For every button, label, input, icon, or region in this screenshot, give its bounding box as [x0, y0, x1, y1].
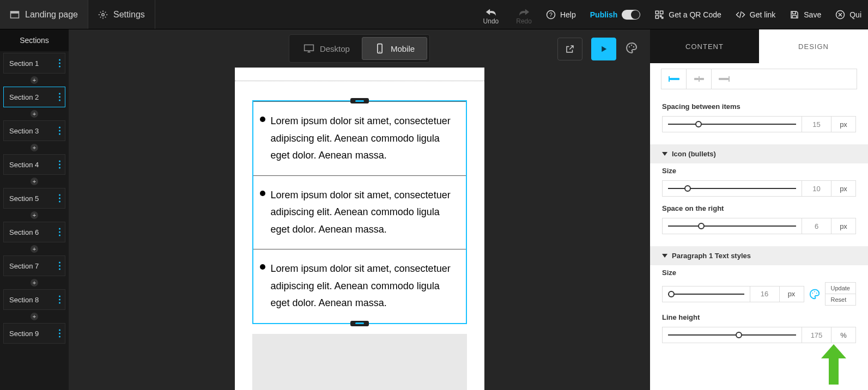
add-section-button[interactable]: +	[31, 144, 38, 151]
line-height-label: Line height	[650, 310, 868, 327]
open-external-button[interactable]	[557, 38, 582, 60]
device-mobile-button[interactable]: Mobile	[362, 37, 427, 60]
palette-icon	[625, 41, 638, 54]
text-size-input[interactable]: 16	[750, 286, 779, 302]
qr-icon	[654, 10, 664, 20]
add-section-button[interactable]: +	[31, 178, 38, 185]
quit-button[interactable]: Qui	[835, 10, 861, 20]
svg-point-13	[814, 291, 815, 292]
space-right-unit[interactable]: px	[831, 218, 856, 234]
size-slider[interactable]	[662, 180, 802, 197]
svg-point-11	[633, 46, 634, 47]
add-section-button[interactable]: +	[31, 76, 38, 84]
section-label: Section 2	[9, 93, 39, 101]
mobile-frame: Lorem ipsum dolor sit amet, consectetuer…	[235, 68, 484, 390]
align-center-button[interactable]	[687, 69, 712, 89]
get-link-button[interactable]: Get link	[736, 10, 775, 20]
add-section-button[interactable]: +	[31, 110, 38, 118]
device-mobile-label: Mobile	[391, 44, 415, 53]
sidebar-item-section-7[interactable]: Section 7	[3, 255, 65, 276]
section-label: Section 1	[9, 59, 39, 68]
tab-design[interactable]: DESIGN	[759, 29, 868, 63]
spacing-input[interactable]: 15	[802, 116, 831, 132]
resize-handle-bottom[interactable]	[350, 321, 369, 326]
list-item[interactable]: Lorem ipsum dolor sit amet, consectetuer…	[253, 101, 466, 175]
sidebar-item-section-9[interactable]: Section 9	[3, 323, 65, 344]
group-label: Icon (bullets)	[672, 150, 716, 158]
more-icon[interactable]	[59, 127, 60, 135]
help-label: Help	[560, 10, 576, 19]
undo-button[interactable]: Undo	[483, 8, 499, 25]
theme-palette-button[interactable]	[625, 41, 638, 57]
group-paragraph-text-styles[interactable]: Paragraph 1 Text styles	[650, 246, 868, 265]
more-icon[interactable]	[59, 296, 60, 304]
section-label: Section 3	[9, 127, 39, 135]
more-icon[interactable]	[59, 194, 60, 203]
list-item-text: Lorem ipsum dolor sit amet, consectetuer…	[271, 260, 459, 312]
section-label: Section 4	[9, 161, 39, 169]
resize-handle-top[interactable]	[350, 98, 369, 103]
preview-play-button[interactable]	[591, 38, 616, 60]
align-left-button[interactable]	[661, 69, 687, 89]
list-item[interactable]: Lorem ipsum dolor sit amet, consectetuer…	[253, 175, 466, 249]
sidebar-item-section-8[interactable]: Section 8	[3, 289, 65, 310]
sidebar-title: Sections	[0, 29, 69, 51]
getlink-label: Get link	[750, 10, 775, 19]
more-icon[interactable]	[59, 228, 60, 236]
placeholder-block	[252, 334, 467, 391]
spacing-slider[interactable]	[662, 116, 802, 132]
reset-button[interactable]: Reset	[825, 294, 855, 305]
line-height-slider[interactable]	[662, 327, 802, 343]
add-section-button[interactable]: +	[31, 313, 38, 320]
line-height-input[interactable]: 175	[802, 327, 831, 343]
size-input[interactable]: 10	[802, 180, 831, 197]
tab-content[interactable]: CONTENT	[650, 29, 759, 63]
global-style-icon[interactable]	[809, 288, 821, 300]
size-unit[interactable]: px	[831, 180, 856, 197]
section-label: Section 5	[9, 194, 39, 203]
sidebar-item-section-6[interactable]: Section 6	[3, 222, 65, 242]
more-icon[interactable]	[59, 93, 60, 101]
svg-point-2	[102, 13, 105, 16]
section-label: Section 8	[9, 296, 39, 304]
more-icon[interactable]	[59, 161, 60, 169]
tab-settings[interactable]: Settings	[88, 0, 155, 29]
sidebar-item-section-4[interactable]: Section 4	[3, 154, 65, 175]
publish-toggle[interactable]	[622, 10, 640, 20]
device-switch: Desktop Mobile	[289, 34, 430, 63]
selected-list-block[interactable]: Lorem ipsum dolor sit amet, consectetuer…	[252, 100, 467, 324]
qr-code-button[interactable]: Get a QR Code	[654, 10, 721, 20]
section-label: Section 7	[9, 262, 39, 270]
spacing-unit[interactable]: px	[831, 116, 856, 132]
more-icon[interactable]	[59, 59, 60, 68]
sidebar-item-section-1[interactable]: Section 1	[3, 53, 65, 74]
add-section-button[interactable]: +	[31, 211, 38, 219]
publish-button[interactable]: Publish	[590, 10, 641, 20]
more-icon[interactable]	[59, 330, 60, 338]
device-desktop-button[interactable]: Desktop	[292, 37, 362, 60]
update-button[interactable]: Update	[825, 283, 855, 294]
code-icon	[736, 10, 745, 20]
text-size-unit[interactable]: px	[779, 286, 804, 302]
align-right-button[interactable]	[712, 69, 737, 89]
add-section-button[interactable]: +	[31, 279, 38, 287]
add-section-button[interactable]: +	[31, 245, 38, 253]
redo-label: Redo	[516, 17, 532, 25]
text-size-slider[interactable]	[662, 286, 750, 302]
space-right-slider[interactable]	[662, 218, 802, 234]
sidebar-item-section-5[interactable]: Section 5	[3, 188, 65, 209]
external-icon	[565, 44, 575, 54]
tab-landing-page[interactable]: Landing page	[0, 0, 88, 29]
sidebar-item-section-3[interactable]: Section 3	[3, 120, 65, 141]
space-right-input[interactable]: 6	[802, 218, 831, 234]
device-desktop-label: Desktop	[320, 44, 350, 53]
line-height-unit[interactable]: %	[831, 327, 856, 343]
sidebar-item-section-2[interactable]: Section 2	[3, 87, 65, 107]
help-link[interactable]: ? Help	[546, 10, 576, 20]
redo-button[interactable]: Redo	[516, 8, 532, 25]
list-item[interactable]: Lorem ipsum dolor sit amet, consectetuer…	[253, 249, 466, 323]
group-icon-bullets[interactable]: Icon (bullets)	[650, 144, 868, 163]
more-icon[interactable]	[59, 262, 60, 270]
save-button[interactable]: Save	[790, 10, 821, 20]
top-actions: Undo Redo ? Help Publish Get a QR Code G…	[483, 0, 868, 29]
